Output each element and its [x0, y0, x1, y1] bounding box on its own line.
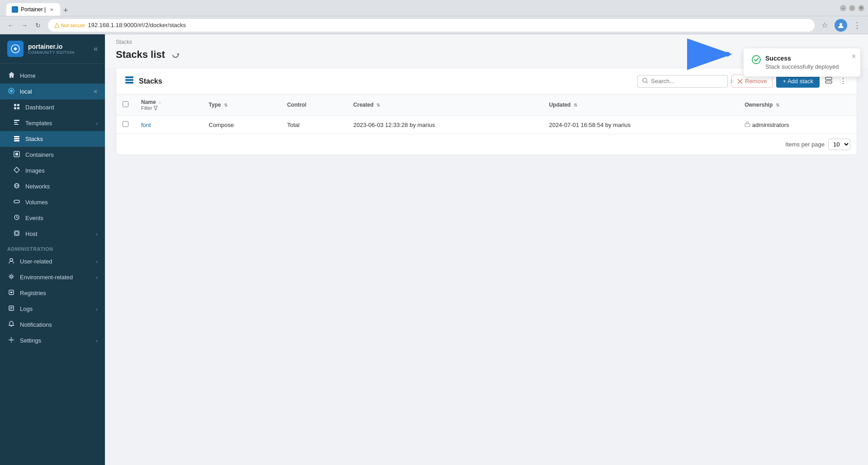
- more-options-btn[interactable]: ⋮: [838, 75, 849, 87]
- updated-sort-icon[interactable]: ⇅: [574, 103, 577, 108]
- table-row: font Compose Total 2023-06-03 12:33:28 b…: [116, 116, 857, 134]
- search-box: ✕: [637, 75, 728, 88]
- local-icon: [7, 88, 15, 95]
- svg-rect-27: [15, 232, 18, 235]
- containers-icon: [13, 151, 21, 159]
- logo-area: portainer.io COMMUNITY EDITION: [7, 41, 75, 57]
- stack-ownership-label: administrators: [752, 122, 789, 128]
- sidebar-item-local[interactable]: local ✕: [0, 84, 105, 99]
- svg-point-28: [10, 258, 13, 261]
- address-input[interactable]: ! Not secure 192.168.1.18:9000/#!/2/dock…: [48, 19, 815, 32]
- sidebar-item-home[interactable]: Home: [0, 67, 105, 84]
- created-col-header: Created ⇅: [347, 94, 543, 116]
- bookmark-btn[interactable]: ☆: [818, 19, 831, 32]
- svg-point-5: [10, 89, 13, 92]
- svg-point-0: [13, 7, 17, 12]
- more-btn[interactable]: ⋮: [851, 19, 863, 32]
- maximize-btn[interactable]: □: [849, 5, 855, 11]
- svg-rect-31: [10, 291, 12, 293]
- dashboard-icon: [13, 103, 21, 111]
- toast-message: Stack successfully deployed: [765, 63, 839, 70]
- svg-rect-12: [14, 124, 19, 125]
- sidebar-item-dashboard[interactable]: Dashboard: [0, 99, 105, 115]
- stack-name-link[interactable]: font: [141, 122, 151, 128]
- templates-chevron-icon: ›: [96, 121, 98, 126]
- stack-ownership-cell: administrators: [738, 116, 857, 134]
- ownership-sort-icon[interactable]: ⇅: [776, 103, 779, 108]
- tab-close-btn[interactable]: ✕: [48, 6, 55, 13]
- stacks-nav-icon: [13, 135, 21, 143]
- svg-rect-17: [15, 153, 18, 155]
- sidebar-collapse-btn[interactable]: «: [94, 45, 98, 53]
- sidebar-item-networks[interactable]: Networks: [0, 178, 105, 194]
- type-sort-icon[interactable]: ⇅: [224, 103, 228, 108]
- svg-rect-37: [125, 79, 133, 81]
- security-warning: ! Not secure: [54, 23, 85, 28]
- items-per-page-select[interactable]: 10 25 50: [828, 139, 850, 150]
- registries-icon: [7, 289, 15, 297]
- stacks-table: Name ↓ Filter Type ⇅ Control: [116, 94, 857, 134]
- created-sort-icon[interactable]: ⇅: [376, 103, 380, 108]
- sidebar-item-registries[interactable]: Registries: [0, 285, 105, 301]
- toast-content: Success Stack successfully deployed: [765, 55, 839, 70]
- select-all-checkbox[interactable]: [123, 101, 128, 107]
- forward-btn[interactable]: →: [18, 19, 31, 32]
- volumes-icon: [13, 198, 21, 206]
- control-col-header: Control: [281, 94, 347, 116]
- sidebar-item-environment-related[interactable]: Environment-related ›: [0, 269, 105, 285]
- svg-point-2: [840, 23, 842, 26]
- sidebar: portainer.io COMMUNITY EDITION « Home lo…: [0, 34, 105, 465]
- sidebar-item-images[interactable]: Images: [0, 163, 105, 178]
- logo-text-area: portainer.io COMMUNITY EDITION: [28, 43, 75, 55]
- sidebar-item-events[interactable]: Events: [0, 210, 105, 226]
- svg-rect-14: [14, 138, 19, 140]
- svg-rect-9: [17, 107, 19, 109]
- svg-line-40: [646, 81, 648, 83]
- sidebar-item-user-related[interactable]: User-related ›: [0, 254, 105, 269]
- address-bar: ← → ↻ ! Not secure 192.168.1.18:9000/#!/…: [0, 16, 868, 34]
- sidebar-item-settings[interactable]: Settings ›: [0, 333, 105, 348]
- name-sort-icon[interactable]: ↓: [159, 100, 161, 105]
- profile-btn[interactable]: [835, 19, 847, 32]
- refresh-button[interactable]: [170, 49, 181, 61]
- environment-close-icon[interactable]: ✕: [93, 89, 98, 95]
- templates-icon: [13, 119, 21, 127]
- search-icon: [642, 78, 648, 85]
- svg-rect-8: [14, 107, 16, 109]
- close-btn[interactable]: ✕: [858, 5, 864, 11]
- svg-rect-7: [17, 104, 19, 106]
- sidebar-item-host[interactable]: Host ›: [0, 226, 105, 242]
- sidebar-item-notifications[interactable]: Notifications: [0, 317, 105, 333]
- breadcrumb: Stacks: [105, 34, 868, 45]
- ownership-icon: [745, 122, 752, 128]
- sidebar-item-stacks[interactable]: Stacks: [0, 131, 105, 147]
- new-tab-button[interactable]: +: [60, 5, 71, 16]
- svg-point-46: [752, 56, 760, 64]
- minimize-btn[interactable]: –: [840, 5, 846, 11]
- row-checkbox-cell: [116, 116, 135, 134]
- back-btn[interactable]: ←: [5, 19, 17, 32]
- table-footer: Items per page 10 25 50: [116, 134, 857, 155]
- events-icon: [13, 214, 21, 222]
- host-chevron-icon: ›: [96, 231, 98, 237]
- updated-col-header: Updated ⇅: [543, 94, 739, 116]
- active-tab[interactable]: Portainer | ✕: [6, 3, 60, 16]
- stack-created-cell: 2023-06-03 12:33:28 by marius: [347, 116, 543, 134]
- stack-type-cell: Compose: [202, 116, 280, 134]
- sidebar-item-templates[interactable]: Templates ›: [0, 115, 105, 131]
- sidebar-item-volumes[interactable]: Volumes: [0, 194, 105, 210]
- search-input[interactable]: [651, 78, 727, 85]
- images-icon: [13, 167, 21, 174]
- page-title: Stacks list: [116, 49, 165, 61]
- sidebar-item-logs[interactable]: Logs ›: [0, 301, 105, 317]
- sidebar-header: portainer.io COMMUNITY EDITION «: [0, 34, 105, 64]
- filter-btn[interactable]: Filter: [141, 105, 158, 111]
- sidebar-nav: Home local ✕ Dashboard: [0, 64, 105, 465]
- toast-success-icon: [752, 55, 761, 66]
- svg-rect-13: [14, 136, 19, 137]
- toast-close-button[interactable]: ×: [852, 53, 856, 60]
- sidebar-item-containers[interactable]: Containers: [0, 147, 105, 163]
- reload-btn[interactable]: ↻: [32, 19, 44, 32]
- env-related-chevron-icon: ›: [96, 275, 98, 280]
- row-checkbox[interactable]: [123, 121, 128, 127]
